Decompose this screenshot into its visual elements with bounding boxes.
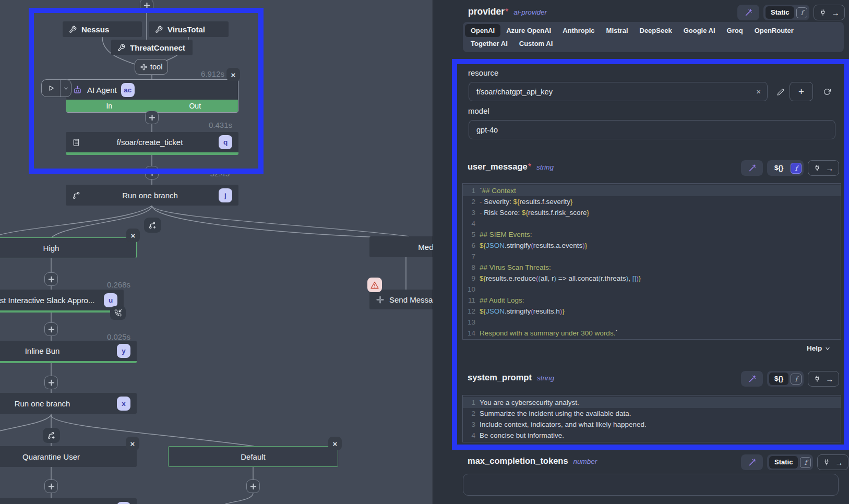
node-ref-badge[interactable]: y	[117, 344, 130, 358]
nessus-node[interactable]: Nessus	[63, 21, 142, 37]
create-ticket-node[interactable]: f/soar/create_ticket q	[66, 132, 238, 155]
connect-button[interactable]: →	[808, 371, 839, 387]
expression-mode-pill[interactable]: ${}	[769, 373, 788, 385]
node-ref-badge[interactable]: u	[104, 293, 117, 307]
virustotal-node[interactable]: VirusTotal	[149, 21, 229, 37]
insert-step-button[interactable]	[145, 166, 159, 179]
provider-tab-google-ai[interactable]: Google AI	[678, 24, 721, 37]
add-resource-button[interactable]: +	[790, 82, 813, 101]
insert-step-button[interactable]	[44, 272, 58, 286]
warning-icon	[367, 278, 382, 292]
arrow-right-icon: →	[826, 164, 833, 172]
function-toggle-icon[interactable]: f	[796, 7, 807, 18]
close-icon[interactable]: ×	[126, 437, 139, 450]
run-one-branch-node-2[interactable]: Run one branch x	[0, 393, 137, 414]
code-line: 4Be concise but informative.	[463, 430, 841, 441]
connect-button[interactable]: →	[808, 160, 839, 176]
provider-tab-custom-ai[interactable]: Custom AI	[513, 37, 559, 50]
mode-toggle[interactable]: Static f	[763, 5, 809, 20]
resource-value[interactable]	[475, 87, 752, 97]
clear-x-icon[interactable]: ×	[756, 87, 761, 96]
partial-node-bottom[interactable]	[0, 498, 137, 504]
code-line: 12${JSON.stringify(results.h)}	[463, 306, 841, 317]
mode-toggle[interactable]: ${} f	[767, 371, 804, 387]
add-branch-button[interactable]	[43, 428, 60, 443]
mode-toggle[interactable]: Static f	[767, 454, 813, 470]
agent-out-label[interactable]: Out	[152, 100, 238, 112]
provider-tab-azure-openai[interactable]: Azure OpenAI	[500, 24, 557, 37]
phone-incoming-icon[interactable]	[110, 306, 126, 320]
run-node-button[interactable]	[41, 79, 71, 97]
close-icon[interactable]: ×	[328, 437, 342, 450]
provider-tab-mistral[interactable]: Mistral	[601, 24, 634, 37]
close-icon[interactable]: ×	[126, 229, 140, 242]
user-message-code-editor[interactable]: 1`## Context2- Severity: ${results.f.sev…	[462, 183, 841, 340]
insert-step-button[interactable]	[246, 479, 260, 493]
chevron-down-icon[interactable]	[61, 80, 71, 97]
function-toggle-icon[interactable]: f	[791, 163, 802, 174]
provider-tab-together-ai[interactable]: Together AI	[465, 37, 513, 50]
threatconnect-node[interactable]: ThreatConnect	[111, 40, 193, 55]
agent-in-label[interactable]: In	[66, 100, 152, 112]
high-branch-node[interactable]: High	[0, 237, 137, 258]
function-toggle-icon[interactable]: f	[791, 374, 802, 385]
chevron-down-icon	[825, 346, 830, 351]
provider-tab-deepseek[interactable]: DeepSeek	[634, 24, 678, 37]
refresh-icon[interactable]	[820, 85, 834, 99]
node-ref-badge[interactable]: ac	[121, 83, 135, 97]
medium-branch-node[interactable]: Medium	[369, 236, 433, 257]
node-ref-badge[interactable]: q	[219, 135, 232, 149]
connect-button[interactable]: →	[814, 5, 845, 20]
system-prompt-code-editor[interactable]: 1You are a cybersecurity analyst.2Summar…	[462, 395, 841, 442]
provider-tab-anthropic[interactable]: Anthropic	[557, 24, 600, 37]
plug-icon	[814, 375, 821, 382]
close-icon[interactable]: ×	[226, 68, 240, 81]
provider-tab-openai[interactable]: OpenAI	[465, 24, 500, 37]
max-completion-tokens-value[interactable]	[470, 480, 832, 489]
plus-icon	[149, 170, 156, 176]
ai-agent-header[interactable]: AI Agent ac	[66, 80, 238, 100]
provider-tab-openrouter[interactable]: OpenRouter	[749, 24, 799, 37]
play-icon[interactable]	[42, 80, 60, 97]
code-line: 7	[463, 251, 841, 262]
ai-agent-node[interactable]: AI Agent ac In Out	[66, 79, 238, 113]
provider-tab-groq[interactable]: Groq	[721, 24, 749, 37]
insert-step-button[interactable]	[145, 111, 159, 124]
insert-step-button[interactable]	[140, 0, 153, 12]
pencil-icon[interactable]	[774, 85, 787, 99]
node-ref-badge[interactable]: j	[219, 188, 232, 202]
add-branch-button[interactable]	[144, 218, 161, 233]
resource-input[interactable]: ×	[469, 82, 768, 101]
add-tool-button[interactable]: tool	[135, 59, 168, 75]
timing-inline-bun: 0.025s	[93, 332, 130, 341]
code-line: 11## Audit Logs:	[463, 295, 841, 306]
robot-icon	[73, 85, 82, 95]
node-label: Run one branch	[0, 399, 113, 408]
insert-step-button[interactable]	[44, 376, 58, 389]
insert-step-button[interactable]	[44, 322, 58, 336]
ai-assist-button[interactable]	[741, 371, 763, 387]
node-ref-badge[interactable]: x	[117, 397, 130, 411]
insert-step-button[interactable]	[44, 479, 58, 493]
workflow-canvas[interactable]: Nessus VirusTotal ThreatConnect tool 6.9…	[0, 0, 433, 504]
quarantine-user-node[interactable]: Quarantine User	[0, 446, 137, 467]
static-mode-pill[interactable]: Static	[769, 456, 798, 469]
slack-approval-node[interactable]: Request Interactive Slack Appro... u	[0, 290, 124, 313]
model-input[interactable]	[469, 120, 835, 139]
send-message-node[interactable]: Send Message	[369, 290, 433, 309]
run-one-branch-node-1[interactable]: Run one branch j	[66, 185, 238, 206]
node-ref-badge[interactable]	[117, 502, 130, 504]
max-completion-tokens-input[interactable]	[463, 474, 839, 496]
node-label: AI Agent	[87, 86, 117, 94]
ai-assist-button[interactable]	[737, 5, 759, 20]
static-mode-pill[interactable]: Static	[766, 6, 794, 19]
function-toggle-icon[interactable]: f	[800, 457, 811, 468]
help-button[interactable]: Help	[807, 344, 830, 352]
inline-bun-node[interactable]: Inline Bun y	[0, 341, 137, 363]
default-branch-node[interactable]: Default	[168, 446, 338, 467]
connect-button[interactable]: →	[817, 454, 848, 470]
ai-assist-button[interactable]	[741, 454, 763, 470]
ai-assist-button[interactable]	[741, 160, 763, 176]
expression-mode-pill[interactable]: ${}	[769, 162, 788, 174]
model-value[interactable]	[475, 125, 829, 135]
